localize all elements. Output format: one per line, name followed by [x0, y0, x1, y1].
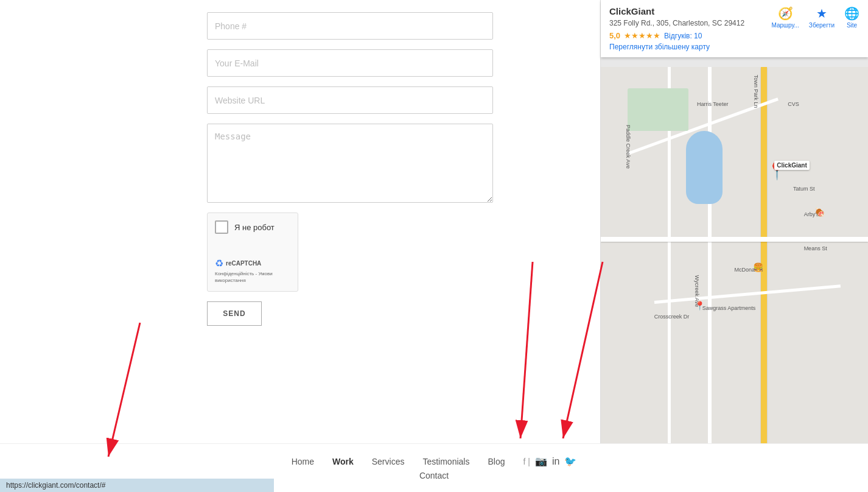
message-textarea[interactable] [207, 124, 493, 203]
map-label-harris: Harris Teeter [697, 101, 728, 107]
send-button[interactable]: SEND [207, 301, 262, 326]
map-address: 325 Folly Rd., 305, Charleston, SC 29412 [609, 19, 744, 27]
twitter-icon[interactable]: 🐦 [564, 455, 576, 467]
map-bigger-link[interactable]: Переглянути збільшену карту [609, 43, 744, 51]
recaptcha-widget: Я не робот ♻ reCAPTCHA Конфіденційність … [207, 213, 298, 292]
linkedin-icon[interactable]: in [552, 456, 559, 467]
map-rating-number: 5,0 [609, 31, 620, 40]
recaptcha-badge: reCAPTCHA [226, 260, 261, 267]
road-vertical-2 [708, 67, 712, 492]
save-label: Зберегти [809, 22, 835, 29]
map-business-name: ClickGiant [609, 6, 744, 16]
directions-label: Маршру... [771, 22, 799, 29]
site-icon: 🌐 [844, 6, 859, 21]
form-area: Я не робот ♻ reCAPTCHA Конфіденційність … [0, 0, 600, 492]
map-label-sawgrass: Sawgrass Apartments [702, 305, 756, 311]
map-label-paddle: Paddle Creek Ave [625, 125, 631, 169]
mcdonalds-icon: 🍔 [753, 262, 763, 272]
map-directions-button[interactable]: 🧭 Маршру... [771, 6, 799, 29]
sawgrass-icon: 📍 [695, 301, 705, 311]
map-visual[interactable]: Harris Teeter CVS Town Park Ln McDonald'… [601, 67, 868, 492]
map-label-means: Means St [804, 245, 827, 251]
footer-nav-blog[interactable]: Blog [488, 457, 505, 466]
footer-nav-row1: Home Work Services Testimonials Blog f |… [292, 455, 577, 467]
footer-nav-row2: Contact [419, 471, 449, 480]
map-label-town-park: Town Park Ln [754, 75, 760, 108]
map-label-cvs: CVS [788, 101, 799, 107]
recaptcha-icon: ♻ [215, 258, 223, 269]
recaptcha-links: Конфіденційність - Умови використання [215, 270, 290, 284]
social-separator: f | [523, 457, 530, 466]
status-bar: https://clickgiant.com/contact/# [0, 479, 274, 492]
road-vertical-main [761, 67, 767, 492]
arbys-icon: 🍖 [814, 207, 825, 217]
directions-icon: 🧭 [778, 6, 793, 21]
map-pin-label: ClickGiant [774, 161, 809, 170]
recaptcha-checkbox[interactable] [215, 220, 228, 234]
map-label-tatum: Tatum St [793, 186, 815, 192]
map-label-crosscreek: Crosscreek Dr [654, 314, 690, 320]
map-green-area [628, 88, 688, 131]
map-site-button[interactable]: 🌐 Site [844, 6, 859, 29]
phone-input[interactable] [207, 12, 493, 40]
email-input[interactable] [207, 49, 493, 77]
footer-nav-services[interactable]: Services [372, 457, 405, 466]
map-stars: ★★★★★ [624, 31, 660, 40]
road-horizontal-1 [601, 237, 868, 242]
map-info-card: ClickGiant 325 Folly Rd., 305, Charlesto… [601, 0, 868, 57]
map-water-body [686, 131, 723, 204]
footer-nav-testimonials[interactable]: Testimonials [422, 457, 469, 466]
map-area: ClickGiant 325 Folly Rd., 305, Charlesto… [600, 0, 868, 492]
footer-nav-home[interactable]: Home [292, 457, 314, 466]
footer-nav-contact[interactable]: Contact [419, 471, 449, 480]
map-save-button[interactable]: ★ Зберегти [809, 6, 835, 29]
save-icon: ★ [816, 6, 827, 21]
instagram-icon[interactable]: 📷 [535, 455, 547, 467]
website-input[interactable] [207, 86, 493, 114]
status-bar-url: https://clickgiant.com/contact/# [6, 481, 105, 490]
footer-nav-work[interactable]: Work [332, 457, 354, 466]
map-reviews-link[interactable]: Відгуків: 10 [664, 32, 702, 40]
recaptcha-label: Я не робот [234, 223, 275, 232]
road-diagonal-2 [654, 284, 841, 304]
social-icons: f | 📷 in 🐦 [523, 455, 576, 467]
site-label: Site [847, 22, 857, 29]
